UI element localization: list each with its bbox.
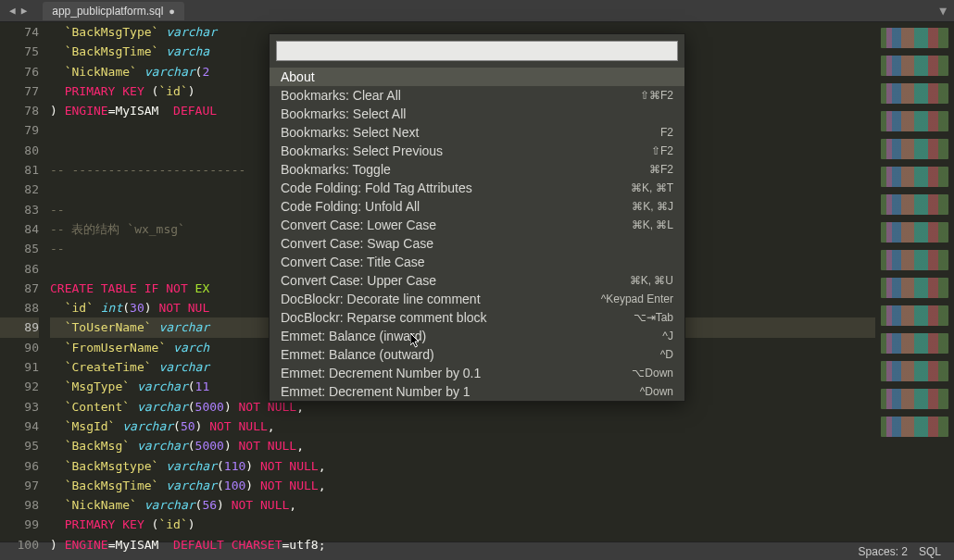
line-number: 100 <box>0 535 39 554</box>
gutter: 7475767778798081828384858687888990919293… <box>0 22 50 541</box>
minimap-block <box>881 222 948 243</box>
line-number: 87 <box>0 279 39 298</box>
command-palette-item[interactable]: Convert Case: Upper Case⌘K, ⌘U <box>270 271 684 290</box>
command-palette-item[interactable]: Bookmarks: Select All <box>270 105 684 123</box>
command-palette-item[interactable]: Bookmarks: Select NextF2 <box>270 123 684 142</box>
command-shortcut: ^Down <box>640 385 673 398</box>
minimap-block <box>881 83 948 104</box>
command-label: Bookmarks: Select Next <box>281 125 419 140</box>
command-label: Emmet: Decrement Number by 0.1 <box>281 366 481 380</box>
command-palette-item[interactable]: Convert Case: Lower Case⌘K, ⌘L <box>270 216 684 234</box>
command-label: DocBlockr: Reparse comment block <box>281 310 487 325</box>
command-label: Convert Case: Swap Case <box>281 236 433 251</box>
command-label: Code Folding: Unfold All <box>281 199 420 214</box>
line-number: 75 <box>0 42 39 61</box>
minimap-block <box>881 361 948 381</box>
line-number: 83 <box>0 200 39 219</box>
command-shortcut: ^J <box>662 330 673 342</box>
command-label: Convert Case: Lower Case <box>281 218 436 232</box>
command-palette-item[interactable]: Emmet: Balance (inward)^J <box>270 327 684 345</box>
code-line[interactable]: `BackMsgtype` varchar(110) NOT NULL, <box>50 456 875 476</box>
nav-arrows: ◀ ▶ <box>7 5 29 17</box>
minimap-block <box>881 389 948 409</box>
command-palette: AboutBookmarks: Clear All⇧⌘F2Bookmarks: … <box>269 33 685 402</box>
minimap[interactable] <box>875 22 954 541</box>
code-line[interactable]: ) ENGINE=MyISAM DEFAULT CHARSET=utf8; <box>50 535 875 554</box>
minimap-block <box>881 139 948 159</box>
minimap-block <box>881 333 948 354</box>
line-number: 90 <box>0 338 39 357</box>
line-number: 85 <box>0 239 39 258</box>
titlebar: ◀ ▶ app_publicplatform.sql ● ▼ <box>0 0 954 22</box>
file-tab[interactable]: app_publicplatform.sql ● <box>43 2 184 20</box>
command-palette-input[interactable] <box>276 41 678 61</box>
line-number: 79 <box>0 120 39 140</box>
line-number: 82 <box>0 180 39 199</box>
minimap-block <box>881 305 948 326</box>
command-shortcut: ⇧F2 <box>651 144 673 157</box>
command-label: Convert Case: Title Case <box>281 255 425 269</box>
minimap-block <box>881 417 948 437</box>
command-palette-item[interactable]: Code Folding: Fold Tag Attributes⌘K, ⌘T <box>270 179 684 197</box>
line-number: 74 <box>0 22 39 42</box>
line-number: 86 <box>0 259 39 279</box>
tab-filename: app_publicplatform.sql <box>52 5 163 18</box>
command-palette-item[interactable]: Code Folding: Unfold All⌘K, ⌘J <box>270 197 684 216</box>
code-line[interactable]: `MsgId` varchar(50) NOT NULL, <box>50 417 875 436</box>
command-shortcut: ⌘K, ⌘U <box>630 274 673 287</box>
command-palette-item[interactable]: Bookmarks: Toggle⌘F2 <box>270 160 684 179</box>
command-shortcut: F2 <box>660 126 673 139</box>
command-palette-item[interactable]: About <box>270 68 684 86</box>
tab-dirty-icon: ● <box>169 6 175 17</box>
line-number: 96 <box>0 456 39 476</box>
command-palette-item[interactable]: Convert Case: Swap Case <box>270 234 684 253</box>
command-label: Convert Case: Upper Case <box>281 273 436 288</box>
line-number: 93 <box>0 397 39 417</box>
minimap-block <box>881 278 948 298</box>
command-palette-item[interactable]: Convert Case: Title Case <box>270 253 684 271</box>
command-palette-list: AboutBookmarks: Clear All⇧⌘F2Bookmarks: … <box>270 68 684 401</box>
minimap-block <box>881 194 948 215</box>
command-palette-item[interactable]: DocBlockr: Decorate line comment^Keypad … <box>270 290 684 308</box>
command-label: About <box>281 69 315 84</box>
command-shortcut: ^Keypad Enter <box>601 292 673 305</box>
command-shortcut: ^D <box>660 348 673 361</box>
line-number: 95 <box>0 436 39 455</box>
line-number: 99 <box>0 515 39 534</box>
command-palette-item[interactable]: Bookmarks: Select Previous⇧F2 <box>270 142 684 160</box>
line-number: 97 <box>0 476 39 495</box>
command-shortcut: ⌘K, ⌘J <box>632 200 673 213</box>
command-palette-item[interactable]: Emmet: Decrement Number by 0.1⌥Down <box>270 364 684 382</box>
command-label: Emmet: Balance (outward) <box>281 347 434 362</box>
minimap-block <box>881 56 948 76</box>
titlebar-menu-icon[interactable]: ▼ <box>939 4 947 18</box>
command-label: Emmet: Decrement Number by 1 <box>281 384 471 399</box>
command-shortcut: ⌥Down <box>632 367 673 380</box>
command-label: Bookmarks: Select Previous <box>281 143 443 158</box>
command-label: Bookmarks: Toggle <box>281 162 391 177</box>
command-palette-item[interactable]: Bookmarks: Clear All⇧⌘F2 <box>270 86 684 105</box>
code-line[interactable]: `BackMsg` varchar(5000) NOT NULL, <box>50 436 875 455</box>
line-number: 88 <box>0 298 39 317</box>
line-number: 89 <box>0 317 39 337</box>
status-lang[interactable]: SQL <box>919 545 941 558</box>
line-number: 84 <box>0 219 39 239</box>
code-line[interactable]: PRIMARY KEY (`id`) <box>50 515 875 534</box>
code-line[interactable]: `NickName` varchar(56) NOT NULL, <box>50 495 875 515</box>
nav-forward-icon[interactable]: ▶ <box>19 5 30 17</box>
code-line[interactable]: `BackMsgTime` varchar(100) NOT NULL, <box>50 476 875 495</box>
command-palette-item[interactable]: Emmet: Decrement Number by 1^Down <box>270 382 684 401</box>
command-palette-item[interactable]: Emmet: Balance (outward)^D <box>270 345 684 364</box>
nav-back-icon[interactable]: ◀ <box>7 5 18 17</box>
command-palette-item[interactable]: DocBlockr: Reparse comment block⌥⇥Tab <box>270 308 684 327</box>
command-shortcut: ⌘K, ⌘L <box>632 218 673 231</box>
line-number: 91 <box>0 357 39 377</box>
command-shortcut: ⌥⇥Tab <box>634 311 673 324</box>
minimap-block <box>881 28 948 48</box>
line-number: 78 <box>0 101 39 120</box>
line-number: 94 <box>0 417 39 436</box>
command-shortcut: ⌘K, ⌘T <box>631 181 673 194</box>
minimap-block <box>881 111 948 131</box>
minimap-block <box>881 167 948 187</box>
line-number: 98 <box>0 495 39 515</box>
